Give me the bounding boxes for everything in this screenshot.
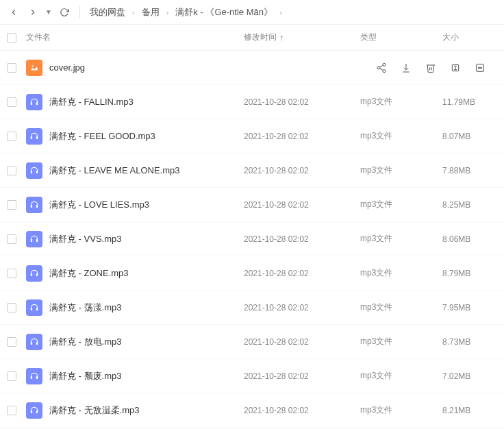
file-row[interactable]: 满舒克 - 无敌温柔.mp3 2021-10-28 02:02 mp3文件 8.… xyxy=(0,393,504,428)
file-row[interactable]: 满舒克 - FALLIN.mp3 2021-10-28 02:02 mp3文件 … xyxy=(0,85,504,119)
file-row[interactable]: 满舒克 - 放电.mp3 2021-10-28 02:02 mp3文件 8.73… xyxy=(0,325,504,359)
file-row[interactable]: cover.jpg xyxy=(0,51,504,85)
file-name: 满舒克 - VVS.mp3 xyxy=(49,233,121,245)
file-type: mp3文件 xyxy=(360,199,442,210)
chevron-right-icon: › xyxy=(165,8,171,16)
file-name: 满舒克 - FEEL GOOD.mp3 xyxy=(49,130,155,143)
file-modified: 2021-10-28 02:02 xyxy=(244,303,360,312)
svg-line-4 xyxy=(380,65,383,67)
column-header-type[interactable]: 类型 xyxy=(360,32,442,43)
file-size: 11.79MB xyxy=(442,97,497,107)
file-type: mp3文件 xyxy=(360,130,442,142)
svg-point-14 xyxy=(478,67,479,68)
rename-button[interactable] xyxy=(449,62,462,74)
crumb-folder1[interactable]: 备用 xyxy=(139,5,162,20)
row-checkbox[interactable] xyxy=(7,371,23,381)
toolbar: ▼ 我的网盘 › 备用 › 满舒k - 《Ge-ntle Măn》 › xyxy=(0,0,504,25)
file-type: mp3文件 xyxy=(360,164,442,176)
download-button[interactable] xyxy=(400,62,412,74)
dropdown-button[interactable]: ▼ xyxy=(44,4,53,21)
delete-button[interactable] xyxy=(425,62,437,74)
row-actions xyxy=(375,62,486,74)
column-header-row: 文件名 修改时间 ↑ 类型 大小 xyxy=(0,25,504,51)
file-row[interactable]: 满舒克 - FEEL GOOD.mp3 2021-10-28 02:02 mp3… xyxy=(0,119,504,154)
mp3-file-icon xyxy=(26,197,42,213)
file-size: 8.06MB xyxy=(442,234,497,244)
file-modified: 2021-10-28 02:02 xyxy=(244,406,360,415)
file-size: 7.88MB xyxy=(442,166,497,175)
row-checkbox[interactable] xyxy=(7,406,23,415)
row-checkbox[interactable] xyxy=(7,234,23,244)
file-size: 8.25MB xyxy=(442,200,497,210)
file-modified: 2021-10-28 02:02 xyxy=(244,132,360,141)
file-modified: 2021-10-28 02:02 xyxy=(244,200,360,210)
refresh-button[interactable] xyxy=(56,4,73,21)
file-type: mp3文件 xyxy=(360,233,442,245)
file-modified: 2021-10-28 02:02 xyxy=(244,97,360,107)
file-name: 满舒克 - LEAVE ME ALONE.mp3 xyxy=(49,164,179,177)
mp3-file-icon xyxy=(26,265,42,282)
mp3-file-icon xyxy=(26,402,42,419)
column-header-modified-label: 修改时间 xyxy=(244,32,277,43)
file-name: 满舒克 - FALLIN.mp3 xyxy=(49,96,134,108)
file-modified: 2021-10-28 02:02 xyxy=(244,371,360,381)
file-name: cover.jpg xyxy=(49,62,85,73)
file-type: mp3文件 xyxy=(360,302,442,313)
row-checkbox[interactable] xyxy=(7,97,23,107)
file-row[interactable]: 满舒克 - LEAVE ME ALONE.mp3 2021-10-28 02:0… xyxy=(0,154,504,188)
file-row[interactable]: 满舒克 - VVS.mp3 2021-10-28 02:02 mp3文件 8.0… xyxy=(0,222,504,256)
share-button[interactable] xyxy=(375,62,388,74)
row-checkbox[interactable] xyxy=(7,200,23,210)
svg-point-16 xyxy=(481,67,481,68)
back-button[interactable] xyxy=(5,4,22,21)
file-name: 满舒克 - 无敌温柔.mp3 xyxy=(49,404,139,417)
mp3-file-icon xyxy=(26,334,42,350)
crumb-root[interactable]: 我的网盘 xyxy=(87,5,128,20)
file-modified: 2021-10-28 02:02 xyxy=(244,234,360,244)
file-name: 满舒克 - 荡漾.mp3 xyxy=(49,302,121,314)
file-modified: 2021-10-28 02:02 xyxy=(244,337,360,347)
file-size: 8.73MB xyxy=(442,337,497,347)
jpg-file-icon xyxy=(26,60,42,76)
file-type: mp3文件 xyxy=(360,370,442,382)
mp3-file-icon xyxy=(26,128,42,145)
file-type: mp3文件 xyxy=(360,267,442,279)
breadcrumb: 我的网盘 › 备用 › 满舒k - 《Ge-ntle Măn》 › xyxy=(87,5,284,20)
svg-point-0 xyxy=(32,65,34,66)
file-row[interactable]: 满舒克 - 颓废.mp3 2021-10-28 02:02 mp3文件 7.02… xyxy=(0,359,504,393)
file-name: 满舒克 - 颓废.mp3 xyxy=(49,370,121,382)
svg-line-5 xyxy=(380,69,383,71)
file-row[interactable]: 满舒克 - 荡漾.mp3 2021-10-28 02:02 mp3文件 7.95… xyxy=(0,291,504,325)
row-checkbox[interactable] xyxy=(7,337,23,347)
svg-point-1 xyxy=(383,63,386,66)
mp3-file-icon xyxy=(26,299,42,316)
file-modified: 2021-10-28 02:02 xyxy=(244,166,360,175)
file-name: 满舒克 - LOVE LIES.mp3 xyxy=(49,199,149,211)
sort-arrow-icon: ↑ xyxy=(279,32,284,42)
more-button[interactable] xyxy=(474,62,486,74)
row-checkbox[interactable] xyxy=(7,166,23,175)
file-type: mp3文件 xyxy=(360,336,442,347)
column-header-name[interactable]: 文件名 xyxy=(23,32,244,43)
file-row[interactable]: 满舒克 - LOVE LIES.mp3 2021-10-28 02:02 mp3… xyxy=(0,188,504,222)
file-row[interactable]: 满舒克 - ZONE.mp3 2021-10-28 02:02 mp3文件 8.… xyxy=(0,256,504,291)
column-header-size[interactable]: 大小 xyxy=(442,32,497,43)
file-size: 8.07MB xyxy=(442,132,497,141)
chevron-right-icon: › xyxy=(131,8,136,16)
svg-point-15 xyxy=(479,67,480,68)
row-checkbox[interactable] xyxy=(7,269,23,278)
crumb-folder2[interactable]: 满舒k - 《Ge-ntle Măn》 xyxy=(173,5,275,20)
row-checkbox[interactable] xyxy=(7,132,23,141)
select-all-checkbox[interactable] xyxy=(7,33,23,42)
svg-point-2 xyxy=(377,66,380,69)
file-size: 8.79MB xyxy=(442,269,497,278)
column-header-modified[interactable]: 修改时间 ↑ xyxy=(244,32,360,43)
row-checkbox[interactable] xyxy=(7,303,23,312)
file-type: mp3文件 xyxy=(360,404,442,416)
forward-button[interactable] xyxy=(25,4,41,21)
file-type: mp3文件 xyxy=(360,96,442,108)
file-name: 满舒克 - 放电.mp3 xyxy=(49,336,121,348)
file-size: 8.21MB xyxy=(442,406,497,415)
mp3-file-icon xyxy=(26,368,42,384)
row-checkbox[interactable] xyxy=(7,63,23,73)
